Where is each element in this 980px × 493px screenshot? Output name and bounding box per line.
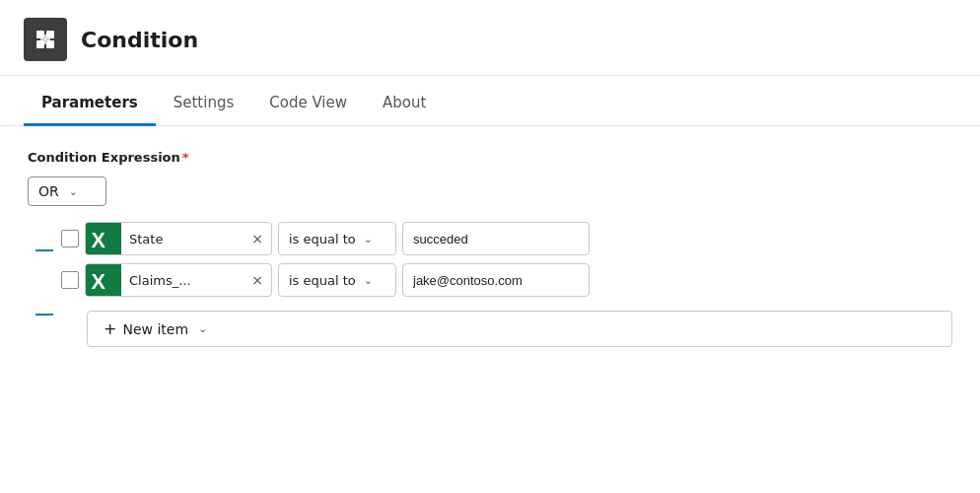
field-name-1: State — [121, 232, 244, 246]
page-title: Condition — [81, 28, 198, 52]
svg-rect-0 — [36, 31, 44, 38]
svg-rect-2 — [36, 40, 44, 48]
plus-icon: + — [104, 319, 116, 338]
svg-text:X: X — [91, 228, 105, 252]
tab-code-view[interactable]: Code View — [251, 80, 365, 126]
field-pill-2[interactable]: X Claims_... × — [85, 263, 272, 297]
new-item-chevron-icon: ⌄ — [198, 322, 207, 335]
tab-settings[interactable]: Settings — [156, 80, 252, 126]
operator-chevron-2: ⌄ — [364, 274, 373, 287]
tab-about[interactable]: About — [365, 80, 444, 126]
condition-row-2: X Claims_... × is equal to ⌄ — [61, 263, 590, 297]
tab-parameters[interactable]: Parameters — [24, 80, 156, 126]
required-mark: * — [182, 150, 189, 165]
operator-label-2: is equal to — [289, 273, 356, 288]
bracket-lines — [35, 222, 53, 297]
excel-icon-1: X — [86, 223, 121, 254]
section-label: Condition Expression* — [28, 150, 952, 165]
operator-select-2[interactable]: is equal to ⌄ — [278, 263, 396, 297]
excel-icon-2: X — [86, 264, 121, 296]
main-content: Condition Expression* OR ⌄ X — [0, 126, 980, 375]
field-pill-1[interactable]: X State × — [85, 222, 272, 255]
header: Condition — [0, 0, 980, 76]
operator-select-1[interactable]: is equal to ⌄ — [278, 222, 396, 255]
row-checkbox-1[interactable] — [61, 230, 79, 247]
field-close-1[interactable]: × — [244, 231, 271, 246]
new-item-button[interactable]: + New item ⌄ — [87, 311, 952, 347]
or-dropdown[interactable]: OR ⌄ — [28, 176, 106, 206]
condition-icon — [24, 18, 67, 61]
new-item-label: New item — [122, 321, 188, 337]
svg-text:X: X — [91, 269, 105, 294]
value-input-2[interactable] — [402, 263, 590, 297]
tab-bar: Parameters Settings Code View About — [0, 80, 980, 126]
field-close-2[interactable]: × — [244, 272, 271, 288]
svg-rect-3 — [46, 40, 54, 48]
row-checkbox-2[interactable] — [61, 271, 79, 289]
operator-chevron-1: ⌄ — [364, 233, 373, 246]
conditions-rows: X State × is equal to ⌄ — [61, 222, 590, 297]
operator-label-1: is equal to — [289, 232, 356, 246]
or-label: OR — [38, 183, 59, 199]
field-name-2: Claims_... — [121, 273, 244, 288]
value-input-1[interactable] — [402, 222, 590, 255]
chevron-down-icon: ⌄ — [69, 185, 78, 198]
svg-rect-1 — [46, 31, 54, 38]
condition-row: X State × is equal to ⌄ — [61, 222, 590, 255]
conditions-area: X State × is equal to ⌄ — [35, 222, 952, 297]
